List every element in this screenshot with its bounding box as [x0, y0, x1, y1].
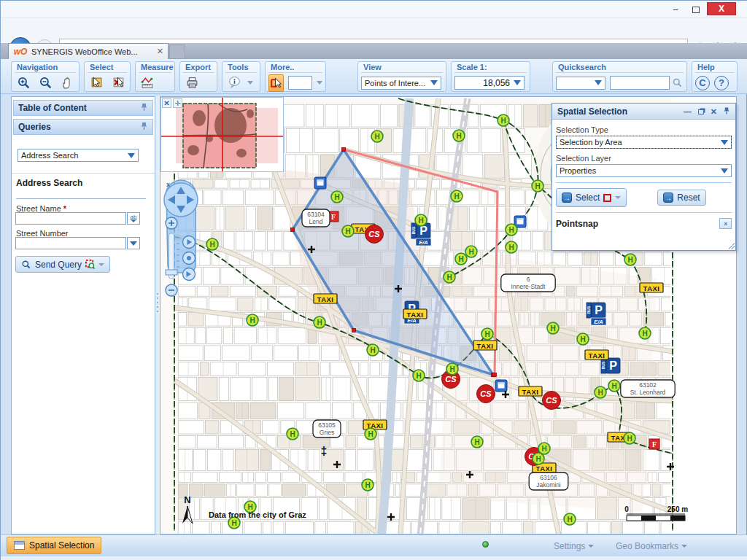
bus-stop-icon: H	[331, 191, 343, 203]
dialog-minimize-icon[interactable]: —	[684, 108, 692, 115]
spatial-selection-tool-button[interactable]	[268, 74, 284, 92]
street-number-dropdown[interactable]	[127, 237, 140, 249]
view-select[interactable]: Points of Intere...	[361, 77, 441, 90]
bus-stop-icon: H	[206, 238, 218, 250]
contact-button[interactable]: C	[695, 76, 710, 90]
svg-text:TAXI: TAXI	[317, 295, 334, 303]
group-tools-label: Tools	[225, 63, 257, 73]
zoom-in-button[interactable]	[15, 74, 32, 92]
settings-menu[interactable]: Settings	[554, 541, 594, 551]
group-measure-label: Measure	[139, 63, 171, 73]
street-name-sort-button[interactable]: ab	[127, 212, 140, 225]
zoom-slider-handle[interactable]	[166, 270, 177, 275]
group-view-label: View	[361, 63, 443, 73]
svg-text:H: H	[500, 117, 506, 125]
dialog-resize-handle[interactable]	[728, 243, 735, 249]
pointsnap-expand-button[interactable]: »	[719, 218, 732, 229]
send-query-label: Send Query	[35, 260, 82, 270]
svg-text:TAXI: TAXI	[522, 388, 539, 396]
query-select[interactable]: Address Search	[18, 149, 139, 162]
group-quicksearch-label: Quicksearch	[556, 63, 684, 73]
overview-close-icon[interactable]: ✕	[162, 98, 171, 108]
info-tool-button[interactable]	[225, 74, 243, 92]
measure-button[interactable]	[139, 74, 156, 92]
selection-type-select[interactable]: Selection by Area	[556, 136, 732, 149]
bus-stop-icon: H	[453, 130, 465, 141]
overview-move-icon[interactable]: ✛	[173, 98, 182, 108]
pin-icon[interactable]	[141, 103, 148, 114]
vertex-marker[interactable]	[342, 148, 346, 152]
pan-hand-button[interactable]	[58, 74, 76, 92]
queries-header[interactable]: Queries	[13, 119, 153, 135]
fire-station-icon: F	[649, 439, 659, 449]
table-of-content-header[interactable]: Table of Content	[13, 100, 153, 116]
quicksearch-go-icon[interactable]	[671, 77, 684, 90]
send-query-button[interactable]: Send Query	[15, 256, 110, 273]
select-button[interactable]: → Select	[556, 188, 627, 207]
close-button[interactable]: X	[707, 2, 736, 15]
cs-logo-icon: CS	[477, 385, 495, 403]
bus-stop-icon: H	[451, 190, 462, 202]
spatial-selection-taskbar-button[interactable]: Spatial Selection	[7, 537, 101, 554]
svg-text:63102: 63102	[639, 381, 657, 389]
map-navigator-widget[interactable]: x	[160, 178, 200, 303]
bus-stop-icon: H	[415, 214, 427, 226]
select-features-button[interactable]	[88, 74, 105, 92]
vertex-marker[interactable]	[352, 329, 356, 332]
bus-stop-icon: H	[367, 344, 379, 356]
scale-input[interactable]: 18,056	[454, 76, 525, 90]
tab-synergis-weboffice[interactable]: wO SYNERGIS WebOffice Web... ✕	[8, 43, 169, 59]
tab-close-icon[interactable]: ✕	[157, 47, 163, 56]
district-label: 6Innere-Stadt	[501, 274, 555, 292]
street-number-input[interactable]	[15, 237, 126, 249]
svg-text:Gries: Gries	[320, 429, 334, 436]
dialog-header[interactable]: Spatial Selection — ✕	[552, 104, 735, 120]
clear-selection-button[interactable]	[109, 74, 127, 92]
more-tools-combobox[interactable]	[288, 76, 312, 90]
zoom-out-button[interactable]	[36, 74, 54, 92]
help-button[interactable]: ?	[714, 76, 729, 90]
reset-button[interactable]: → Reset	[657, 190, 705, 206]
dialog-close-icon[interactable]: ✕	[711, 108, 717, 115]
maximize-button[interactable]	[686, 3, 705, 16]
quicksearch-input[interactable]	[610, 76, 670, 90]
svg-text:TAXI: TAXI	[589, 351, 605, 359]
print-button[interactable]	[183, 74, 201, 92]
svg-text:H: H	[567, 516, 572, 524]
spatial-selection-dialog[interactable]: Spatial Selection — ✕ Selection Type Sel…	[551, 103, 736, 251]
svg-text:H: H	[290, 430, 295, 438]
group-navigation-label: Navigation	[15, 63, 76, 73]
query-select-value: Address Search	[21, 151, 78, 160]
selection-layer-select[interactable]: Properties	[556, 164, 732, 177]
svg-text:H: H	[416, 372, 421, 380]
minimize-button[interactable]: –	[666, 3, 685, 16]
send-query-caret[interactable]	[98, 263, 104, 266]
svg-text:H: H	[209, 241, 214, 249]
vertex-marker[interactable]	[493, 373, 497, 377]
scale-caret-icon[interactable]	[514, 80, 521, 85]
geo-bookmarks-menu[interactable]: Geo Bookmarks	[616, 541, 687, 551]
quicksearch-caret-icon	[595, 80, 602, 85]
svg-text:H: H	[449, 365, 454, 373]
dialog-restore-icon[interactable]	[698, 108, 704, 115]
view-select-value: Points of Intere...	[365, 79, 425, 88]
taxi-stand-icon: TAXI	[640, 283, 663, 292]
navigator-close-icon[interactable]: x	[166, 181, 170, 188]
district-label: 63102St. Leonhard	[621, 380, 675, 397]
group-help-label: Help	[695, 63, 734, 73]
dialog-pin-icon[interactable]	[724, 106, 730, 116]
splitter-handle[interactable]	[157, 293, 158, 312]
svg-text:H: H	[508, 244, 514, 252]
pin-icon[interactable]	[141, 122, 148, 133]
svg-text:H: H	[456, 132, 461, 140]
overview-map[interactable]: ✕ ✛	[160, 97, 284, 172]
select-dropdown-caret[interactable]	[615, 196, 621, 199]
street-name-input[interactable]	[15, 212, 126, 225]
vertex-marker[interactable]	[291, 228, 295, 232]
more-dropdown-caret[interactable]	[317, 81, 322, 85]
svg-text:BUS: BUS	[587, 306, 591, 314]
cs-logo-icon: CS	[365, 225, 384, 244]
new-tab-stub[interactable]	[169, 44, 185, 59]
quicksearch-select[interactable]	[556, 77, 605, 90]
tools-dropdown-caret[interactable]	[247, 81, 253, 85]
